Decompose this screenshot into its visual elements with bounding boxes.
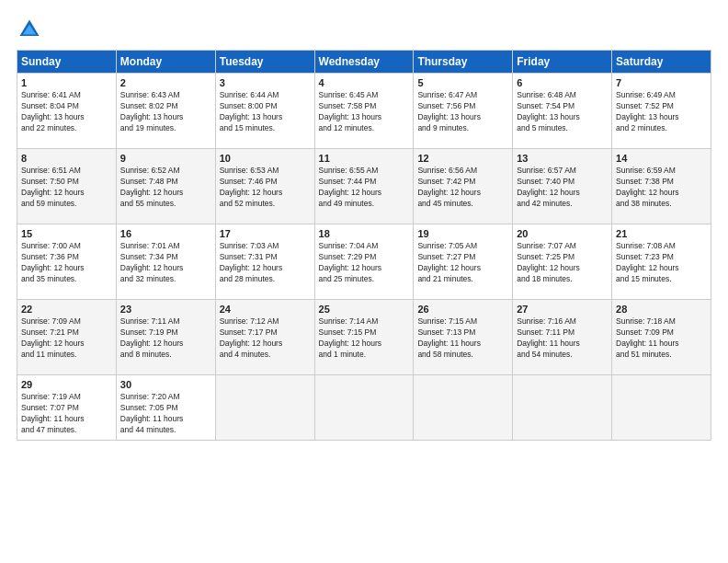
daylight-text-cont: and 2 minutes. xyxy=(616,123,707,134)
daylight-text: Daylight: 13 hours xyxy=(220,112,311,123)
daylight-text-cont: and 25 minutes. xyxy=(319,274,410,285)
calendar-cell: 24Sunrise: 7:12 AMSunset: 7:17 PMDayligh… xyxy=(215,300,314,375)
daylight-text: Daylight: 12 hours xyxy=(319,263,410,274)
daylight-text-cont: and 22 minutes. xyxy=(21,123,112,134)
day-number: 14 xyxy=(616,153,707,164)
daylight-text-cont: and 12 minutes. xyxy=(319,123,410,134)
daylight-text-cont: and 9 minutes. xyxy=(417,123,508,134)
sunrise-text: Sunrise: 7:01 AM xyxy=(120,241,211,252)
sunrise-text: Sunrise: 7:19 AM xyxy=(21,392,112,403)
sunset-text: Sunset: 7:44 PM xyxy=(319,177,410,188)
sunset-text: Sunset: 7:13 PM xyxy=(417,327,508,339)
day-number: 22 xyxy=(21,304,112,315)
daylight-text-cont: and 55 minutes. xyxy=(120,199,211,210)
day-number: 21 xyxy=(616,228,707,239)
header-row: SundayMondayTuesdayWednesdayThursdayFrid… xyxy=(17,51,711,74)
sunrise-text: Sunrise: 7:07 AM xyxy=(517,241,608,252)
daylight-text: Daylight: 13 hours xyxy=(616,112,707,123)
cell-info: Sunrise: 6:57 AMSunset: 7:40 PMDaylight:… xyxy=(517,166,608,210)
sunrise-text: Sunrise: 7:09 AM xyxy=(21,316,112,327)
calendar-cell: 14Sunrise: 6:59 AMSunset: 7:38 PMDayligh… xyxy=(612,149,711,224)
day-number: 16 xyxy=(120,228,211,239)
calendar-cell: 1Sunrise: 6:41 AMSunset: 8:04 PMDaylight… xyxy=(17,74,117,149)
daylight-text-cont: and 42 minutes. xyxy=(517,199,608,210)
daylight-text-cont: and 45 minutes. xyxy=(417,199,508,210)
sunrise-text: Sunrise: 6:56 AM xyxy=(417,166,508,177)
day-number: 18 xyxy=(319,228,410,239)
calendar-cell: 4Sunrise: 6:45 AMSunset: 7:58 PMDaylight… xyxy=(314,74,414,149)
sunset-text: Sunset: 7:36 PM xyxy=(21,252,112,263)
day-number: 13 xyxy=(517,153,608,164)
cell-info: Sunrise: 7:00 AMSunset: 7:36 PMDaylight:… xyxy=(21,241,112,285)
daylight-text: Daylight: 13 hours xyxy=(319,112,410,123)
sunrise-text: Sunrise: 6:48 AM xyxy=(517,90,608,101)
calendar-cell xyxy=(414,375,513,441)
daylight-text-cont: and 8 minutes. xyxy=(120,350,211,361)
calendar-cell: 30Sunrise: 7:20 AMSunset: 7:05 PMDayligh… xyxy=(116,375,215,441)
calendar-cell: 23Sunrise: 7:11 AMSunset: 7:19 PMDayligh… xyxy=(116,300,215,375)
daylight-text-cont: and 58 minutes. xyxy=(417,350,508,361)
day-number: 4 xyxy=(319,77,410,88)
daylight-text-cont: and 15 minutes. xyxy=(616,274,707,285)
sunrise-text: Sunrise: 7:15 AM xyxy=(417,316,508,327)
calendar-cell: 2Sunrise: 6:43 AMSunset: 8:02 PMDaylight… xyxy=(116,74,215,149)
day-number: 2 xyxy=(120,77,211,88)
cell-info: Sunrise: 7:09 AMSunset: 7:21 PMDaylight:… xyxy=(21,316,112,361)
daylight-text-cont: and 19 minutes. xyxy=(120,123,211,134)
daylight-text: Daylight: 11 hours xyxy=(616,339,707,350)
daylight-text-cont: and 59 minutes. xyxy=(21,199,112,210)
sunset-text: Sunset: 7:05 PM xyxy=(120,403,211,414)
sunrise-text: Sunrise: 7:14 AM xyxy=(319,316,410,327)
cell-info: Sunrise: 7:03 AMSunset: 7:31 PMDaylight:… xyxy=(220,241,311,285)
sunrise-text: Sunrise: 6:55 AM xyxy=(319,166,410,177)
cell-info: Sunrise: 7:16 AMSunset: 7:11 PMDaylight:… xyxy=(517,316,608,361)
calendar-cell: 26Sunrise: 7:15 AMSunset: 7:13 PMDayligh… xyxy=(414,300,513,375)
sunrise-text: Sunrise: 7:18 AM xyxy=(616,316,707,327)
daylight-text: Daylight: 11 hours xyxy=(517,339,608,350)
calendar-cell: 6Sunrise: 6:48 AMSunset: 7:54 PMDaylight… xyxy=(513,74,612,149)
daylight-text: Daylight: 12 hours xyxy=(517,188,608,199)
daylight-text: Daylight: 11 hours xyxy=(120,414,211,425)
col-header-saturday: Saturday xyxy=(612,51,711,74)
daylight-text-cont: and 1 minute. xyxy=(319,350,410,361)
calendar-cell: 8Sunrise: 6:51 AMSunset: 7:50 PMDaylight… xyxy=(17,149,117,224)
calendar-cell: 16Sunrise: 7:01 AMSunset: 7:34 PMDayligh… xyxy=(116,224,215,300)
sunset-text: Sunset: 7:52 PM xyxy=(616,101,707,112)
sunrise-text: Sunrise: 6:59 AM xyxy=(616,166,707,177)
day-number: 29 xyxy=(21,379,112,390)
calendar-cell xyxy=(215,375,314,441)
daylight-text-cont: and 11 minutes. xyxy=(21,350,112,361)
sunset-text: Sunset: 7:31 PM xyxy=(220,252,311,263)
cell-info: Sunrise: 6:44 AMSunset: 8:00 PMDaylight:… xyxy=(220,90,311,134)
sunrise-text: Sunrise: 7:12 AM xyxy=(220,316,311,327)
daylight-text-cont: and 52 minutes. xyxy=(220,199,311,210)
cell-info: Sunrise: 6:47 AMSunset: 7:56 PMDaylight:… xyxy=(417,90,508,134)
sunset-text: Sunset: 7:48 PM xyxy=(120,177,211,188)
sunset-text: Sunset: 7:29 PM xyxy=(319,252,410,263)
cell-info: Sunrise: 6:56 AMSunset: 7:42 PMDaylight:… xyxy=(417,166,508,210)
sunset-text: Sunset: 7:27 PM xyxy=(417,252,508,263)
sunset-text: Sunset: 7:23 PM xyxy=(616,252,707,263)
daylight-text: Daylight: 12 hours xyxy=(220,188,311,199)
daylight-text: Daylight: 12 hours xyxy=(417,263,508,274)
day-number: 3 xyxy=(220,77,311,88)
sunset-text: Sunset: 8:00 PM xyxy=(220,101,311,112)
week-row: 15Sunrise: 7:00 AMSunset: 7:36 PMDayligh… xyxy=(17,224,711,300)
day-number: 19 xyxy=(417,228,508,239)
day-number: 23 xyxy=(120,304,211,315)
cell-info: Sunrise: 7:14 AMSunset: 7:15 PMDaylight:… xyxy=(319,316,410,361)
col-header-sunday: Sunday xyxy=(17,51,117,74)
daylight-text-cont: and 15 minutes. xyxy=(220,123,311,134)
sunrise-text: Sunrise: 7:20 AM xyxy=(120,392,211,403)
sunset-text: Sunset: 7:40 PM xyxy=(517,177,608,188)
sunrise-text: Sunrise: 6:51 AM xyxy=(21,166,112,177)
sunset-text: Sunset: 7:07 PM xyxy=(21,403,112,414)
daylight-text: Daylight: 12 hours xyxy=(220,339,311,350)
sunrise-text: Sunrise: 6:49 AM xyxy=(616,90,707,101)
logo-icon xyxy=(17,17,42,42)
week-row: 1Sunrise: 6:41 AMSunset: 8:04 PMDaylight… xyxy=(17,74,711,149)
daylight-text: Daylight: 12 hours xyxy=(616,263,707,274)
daylight-text-cont: and 38 minutes. xyxy=(616,199,707,210)
daylight-text: Daylight: 12 hours xyxy=(120,188,211,199)
day-number: 12 xyxy=(417,153,508,164)
